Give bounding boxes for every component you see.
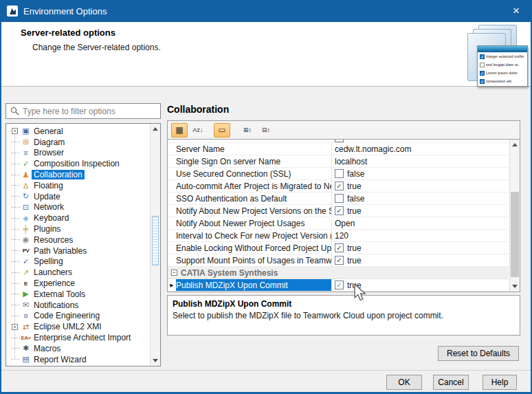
row-marker [168, 230, 176, 241]
unchecked-checkbox-icon[interactable] [335, 194, 344, 203]
tree-item-launchers[interactable]: ↗Launchers [6, 267, 149, 278]
tree-item-composition-inspection[interactable]: ✓Composition Inspection [6, 158, 149, 169]
property-value-cell[interactable]: ✓true [332, 205, 509, 217]
property-value: true [347, 182, 362, 191]
group-row-catia-system-synthesis[interactable]: −CATIA System Synthesis [168, 267, 509, 279]
table-scrollbar[interactable] [509, 140, 520, 292]
property-row-support-mount-points-of-usages-in-teamwor[interactable]: Support Mount Points of Usages in Teamwo… [168, 254, 509, 267]
expand-all-icon: ⊞↕ [243, 127, 252, 133]
tree-connector [12, 229, 20, 230]
property-value-cell[interactable]: cedw.lt.nomagic.com [332, 143, 509, 155]
report-wizard-icon: ▤ [20, 355, 32, 364]
property-row-server-name[interactable]: Server Namecedw.lt.nomagic.com [168, 143, 509, 155]
eclipse-uml2-xmi-icon: ⇄ [20, 322, 32, 331]
tree-item-enterprise-architect-import[interactable]: EA»Enterprise Architect Import [6, 332, 149, 343]
close-icon[interactable]: × [500, 0, 532, 22]
property-row-notify-about-new-project-versions-on-the-s[interactable]: Notify About New Project Versions on the… [168, 205, 509, 217]
property-value-cell[interactable]: localhost [332, 155, 509, 167]
tree-scrollbar[interactable] [150, 124, 160, 366]
property-row-enable-locking-without-forced-project-update[interactable]: Enable Locking Without Forced Project Up… [168, 242, 509, 254]
scroll-up-icon[interactable] [510, 140, 520, 150]
search-icon [10, 107, 19, 116]
tree-item-browser[interactable]: ≡Browser [6, 148, 149, 159]
property-value-cell[interactable]: ✓true [332, 242, 509, 254]
filter-input[interactable] [23, 105, 160, 118]
tree-item-experience[interactable]: EExperience [6, 278, 149, 289]
tree-item-collaboration[interactable]: ♟Collaboration [6, 169, 149, 180]
scroll-down-icon[interactable] [151, 355, 160, 366]
property-name: Server Name [176, 143, 332, 155]
tree-item-diagram[interactable]: ⊞Diagram [6, 137, 149, 148]
property-row-sso-authentication-as-default[interactable]: SSO Authentication as Defaultfalse [168, 193, 509, 205]
property-value: 120 [335, 231, 348, 241]
tree-item-label: Browser [32, 148, 66, 157]
collapse-all-button[interactable]: ⊟↕ [258, 123, 274, 138]
expand-all-button[interactable]: ⊞↕ [239, 123, 256, 138]
ok-button[interactable]: OK [386, 375, 422, 390]
collapse-minus-icon[interactable]: − [171, 270, 177, 276]
floating-icon: ∆ [20, 182, 32, 190]
categorized-view-button[interactable]: ▦ [171, 123, 188, 138]
property-value-cell[interactable]: ✓true [332, 254, 509, 266]
tree-item-update[interactable]: ↻Update [6, 191, 149, 202]
property-value-cell[interactable]: false [332, 168, 509, 179]
options-tree: +▣General⊞Diagram≡Browser✓Composition In… [5, 123, 161, 366]
tree-item-code-engineering[interactable]: ¤Code Engineering [6, 311, 149, 322]
tree-item-spelling[interactable]: ✓Spelling [6, 256, 149, 267]
row-marker [168, 180, 176, 192]
checkbox-clipped [335, 139, 344, 142]
property-value: cedw.lt.nomagic.com [335, 144, 411, 154]
tree-item-external-tools[interactable]: ▶External Tools [6, 289, 149, 300]
alphabetical-sort-button[interactable]: Az↓ [190, 123, 206, 138]
scroll-down-icon[interactable] [510, 281, 520, 292]
tree-item-notifications[interactable]: ✉Notifications [6, 300, 149, 311]
tree-item-label: Resources [32, 235, 75, 245]
row-marker [168, 155, 176, 167]
checked-checkbox-icon: ✓ [480, 79, 485, 84]
tree-item-keyboard[interactable]: ◈Keyboard [6, 212, 149, 223]
checked-checkbox-icon[interactable]: ✓ [335, 182, 344, 190]
property-row-interval-to-check-for-new-project-version-i[interactable]: Interval to Check For new Project Versio… [168, 230, 509, 242]
property-value-cell[interactable]: 120 [332, 230, 509, 241]
expand-plus-icon[interactable]: + [12, 128, 18, 134]
scroll-up-icon[interactable] [151, 124, 160, 134]
property-value-cell[interactable]: ✓true [332, 180, 509, 192]
tree-item-general[interactable]: +▣General [6, 126, 149, 137]
property-row-publish-mdzipx-upon-commit[interactable]: ▶Publish MDZipX Upon Commit✓true [168, 279, 509, 292]
tree-item-report-wizard[interactable]: ▤Report Wizard [6, 354, 149, 365]
checked-checkbox-icon[interactable]: ✓ [335, 243, 344, 252]
property-row-use-secured-connection-ssl[interactable]: Use Secured Connection (SSL)false [168, 168, 509, 180]
checked-checkbox-icon[interactable]: ✓ [335, 206, 344, 215]
property-row-auto-commit-after-project-is-migrated-to-ne[interactable]: Auto-commit After Project is Migrated to… [168, 180, 509, 193]
checked-checkbox-icon[interactable]: ✓ [335, 281, 344, 289]
header-band: Server-related options Change the Server… [1, 22, 531, 87]
unchecked-checkbox-icon[interactable] [335, 169, 344, 178]
table-scroll-thumb[interactable] [511, 192, 519, 277]
expand-plus-icon[interactable]: + [12, 324, 18, 330]
property-value-cell[interactable]: false [332, 193, 509, 204]
property-row-single-sign-on-server-name[interactable]: Single Sign On server Namelocalhost [168, 155, 509, 168]
tree-item-plugins[interactable]: ╪Plugins [6, 223, 149, 234]
tree-connector [12, 338, 20, 338]
tree-item-eclipse-uml2-xmi[interactable]: +⇄Eclipse UML2 XMI [6, 321, 149, 332]
tree-scroll-thumb[interactable] [152, 216, 159, 265]
tree-item-path-variables[interactable]: PVPath Variables [6, 245, 149, 256]
tree-item-network[interactable]: ⊡Network [6, 202, 149, 213]
checked-checkbox-icon[interactable]: ✓ [335, 256, 344, 265]
cancel-button[interactable]: Cancel [433, 375, 469, 390]
property-value-cell[interactable]: Open [332, 217, 509, 229]
row-marker [168, 254, 176, 266]
tree-item-label: General [32, 127, 65, 136]
help-button[interactable]: Help [483, 375, 517, 390]
show-description-button[interactable]: ▭ [214, 123, 230, 138]
tree-item-macros[interactable]: ✱Macros [6, 343, 149, 354]
property-value: true [347, 256, 362, 265]
notifications-icon: ✉ [20, 300, 32, 309]
property-name: Single Sign On server Name [176, 155, 332, 167]
experience-icon: E [20, 281, 32, 287]
reset-to-defaults-button[interactable]: Reset to Defaults [438, 346, 519, 361]
tree-item-floating[interactable]: ∆Floating [6, 180, 149, 191]
tree-connector [12, 153, 20, 153]
property-row-notify-about-newer-project-usages[interactable]: Notify About Newer Project UsagesOpen [168, 217, 509, 230]
tree-item-resources[interactable]: ◉Resources [6, 234, 149, 245]
